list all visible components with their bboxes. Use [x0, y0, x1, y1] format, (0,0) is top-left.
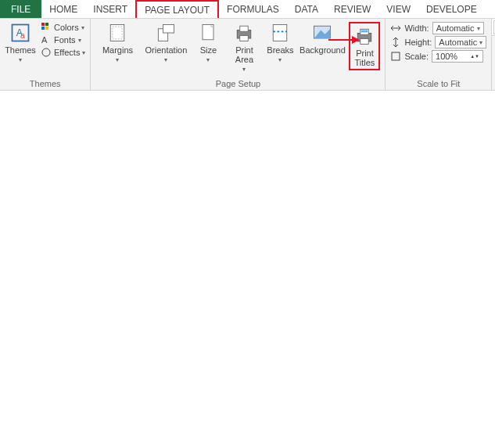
- svg-rect-5: [41, 27, 45, 30]
- print-titles-button[interactable]: Print Titles: [349, 22, 380, 70]
- svg-rect-4: [45, 23, 48, 26]
- orientation-button[interactable]: Orientation▾: [144, 22, 188, 63]
- ribbon-tabs: FILE HOMEINSERTPAGE LAYOUTFORMULASDATARE…: [0, 0, 495, 19]
- tab-data[interactable]: DATA: [287, 0, 326, 18]
- fonts-button[interactable]: AFonts▾: [41, 34, 85, 45]
- effects-button[interactable]: Effects▾: [41, 47, 85, 58]
- chevron-down-icon: ▾: [19, 56, 22, 63]
- background-label: Background: [300, 45, 346, 55]
- tab-formulas[interactable]: FORMULAS: [219, 0, 287, 18]
- svg-rect-23: [360, 39, 369, 45]
- print-area-button[interactable]: Print Area▾: [228, 22, 260, 73]
- svg-text:A: A: [41, 35, 48, 45]
- margins-button[interactable]: Margins▾: [95, 22, 139, 63]
- fonts-label: Fonts: [54, 35, 76, 45]
- fonts-icon: A: [41, 34, 52, 45]
- tab-view[interactable]: VIEW: [378, 0, 418, 18]
- width-label: Width:: [404, 23, 429, 33]
- tab-review[interactable]: REVIEW: [326, 0, 378, 18]
- effects-icon: [41, 47, 52, 58]
- tab-insert[interactable]: INSERT: [85, 0, 135, 18]
- breaks-label: Breaks: [267, 45, 293, 55]
- margins-label: Margins: [102, 45, 133, 55]
- group-themes-label: Themes: [5, 79, 85, 88]
- orientation-icon: [155, 22, 177, 44]
- svg-rect-6: [45, 27, 48, 30]
- svg-rect-9: [111, 25, 125, 41]
- effects-label: Effects: [54, 48, 80, 57]
- ribbon: Aa Themes ▾ Colors▾ AFonts▾ Effects▾ The…: [0, 19, 495, 91]
- group-themes: Aa Themes ▾ Colors▾ AFonts▾ Effects▾ The…: [0, 19, 91, 90]
- tab-home[interactable]: HOME: [41, 0, 85, 18]
- background-icon: [311, 22, 333, 44]
- colors-label: Colors: [54, 23, 79, 32]
- group-page-setup-label: Page Setup: [95, 79, 380, 88]
- svg-point-8: [42, 48, 50, 56]
- group-scale-to-fit: Width:Automatic▾ Height:Automatic▾ Scale…: [386, 19, 492, 90]
- themes-button[interactable]: Aa Themes ▾: [5, 22, 36, 63]
- print-area-icon: [233, 22, 255, 44]
- height-value: Automatic: [439, 38, 477, 47]
- scale-value: 100%: [436, 52, 457, 61]
- themes-label: Themes: [5, 45, 36, 55]
- size-icon: [197, 22, 219, 44]
- themes-icon: Aa: [9, 22, 31, 44]
- svg-text:a: a: [20, 30, 25, 40]
- height-select[interactable]: Automatic▾: [435, 36, 486, 48]
- print-titles-label: Print Titles: [355, 48, 375, 67]
- width-select[interactable]: Automatic▾: [432, 22, 484, 34]
- svg-rect-17: [274, 25, 288, 41]
- width-icon: [390, 23, 401, 34]
- size-label: Size: [200, 45, 217, 55]
- height-label: Height:: [404, 38, 432, 47]
- scale-label: Scale:: [404, 52, 429, 61]
- tab-develope[interactable]: DEVELOPE: [418, 0, 485, 18]
- svg-rect-3: [41, 23, 45, 26]
- group-scale-label: Scale to Fit: [390, 79, 486, 88]
- breaks-button[interactable]: Breaks▾: [264, 22, 296, 63]
- print-titles-icon: [353, 25, 375, 47]
- height-icon: [390, 37, 401, 48]
- print-area-label: Print Area: [235, 45, 253, 64]
- size-button[interactable]: Size▾: [192, 22, 224, 63]
- background-button[interactable]: Background: [300, 22, 344, 55]
- formula-bar: Q19▾ ✕ ✓ fx: [492, 19, 495, 36]
- tab-file[interactable]: FILE: [0, 0, 41, 18]
- breaks-icon: [269, 22, 291, 44]
- group-page-setup: Margins▾ Orientation▾ Size▾ Print Area▾ …: [91, 19, 386, 90]
- scale-icon: [390, 51, 401, 62]
- colors-icon: [41, 22, 52, 33]
- margins-icon: [106, 22, 128, 44]
- svg-rect-26: [392, 52, 400, 60]
- orientation-label: Orientation: [145, 45, 188, 55]
- svg-rect-12: [163, 25, 174, 34]
- svg-rect-16: [240, 36, 249, 41]
- scale-input[interactable]: 100%▲▼: [432, 50, 483, 63]
- width-value: Automatic: [436, 23, 475, 33]
- svg-rect-15: [240, 26, 249, 31]
- colors-button[interactable]: Colors▾: [41, 22, 85, 33]
- tab-page-layout[interactable]: PAGE LAYOUT: [135, 0, 219, 18]
